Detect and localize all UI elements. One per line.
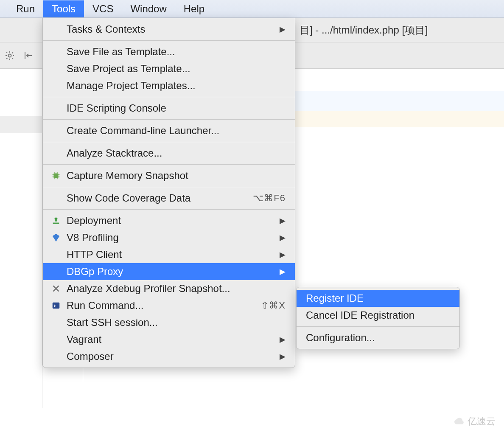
menu-tools[interactable]: Tools xyxy=(43,0,84,17)
menu-window[interactable]: Window xyxy=(122,0,175,17)
menu-deployment[interactable]: Deployment ▶ xyxy=(43,212,295,229)
menu-http-client[interactable]: HTTP Client ▶ xyxy=(43,246,295,263)
title-text: 目] - .../html/index.php [项目] xyxy=(300,23,428,37)
menu-separator xyxy=(43,187,295,187)
chevron-right-icon: ▶ xyxy=(280,267,286,276)
chevron-right-icon: ▶ xyxy=(280,25,286,34)
blank-icon xyxy=(50,192,62,205)
menu-item-label: Start SSH session... xyxy=(67,317,158,328)
chevron-right-icon: ▶ xyxy=(280,233,286,242)
menu-item-label: Composer xyxy=(67,351,114,362)
chevron-right-icon: ▶ xyxy=(280,352,286,361)
blank-icon xyxy=(50,350,62,363)
submenu-register-ide[interactable]: Register IDE xyxy=(297,290,459,307)
svg-rect-2 xyxy=(53,223,59,224)
menu-item-label: Analyze Xdebug Profiler Snapshot... xyxy=(67,283,230,295)
menu-vagrant[interactable]: Vagrant ▶ xyxy=(43,331,295,348)
svg-rect-3 xyxy=(53,303,60,309)
gutter-highlight xyxy=(0,116,42,133)
blank-icon xyxy=(50,45,62,58)
blank-icon xyxy=(50,316,62,329)
watermark-text: 亿速云 xyxy=(468,415,496,428)
watermark: 亿速云 xyxy=(453,415,496,428)
terminal-icon xyxy=(50,299,62,312)
menu-create-cmdline-launcher[interactable]: Create Command-line Launcher... xyxy=(43,122,295,139)
submenu-item-label: Register IDE xyxy=(306,292,364,304)
menu-save-file-template[interactable]: Save File as Template... xyxy=(43,43,295,60)
blank-icon xyxy=(50,102,62,115)
menu-item-label: V8 Profiling xyxy=(67,232,119,244)
cloud-icon xyxy=(453,417,465,426)
gear-icon[interactable] xyxy=(3,48,17,63)
blank-icon xyxy=(50,62,62,75)
blank-icon xyxy=(50,23,62,36)
menu-manage-project-templates[interactable]: Manage Project Templates... xyxy=(43,77,295,94)
blank-icon xyxy=(50,147,62,160)
menu-vcs[interactable]: VCS xyxy=(84,0,122,17)
blank-icon xyxy=(50,265,62,278)
blank-icon xyxy=(50,333,62,346)
submenu-cancel-ide-registration[interactable]: Cancel IDE Registration xyxy=(297,307,459,324)
menu-item-label: Vagrant xyxy=(67,334,101,345)
dbgp-proxy-submenu: Register IDE Cancel IDE Registration Con… xyxy=(296,287,460,349)
menu-item-label: Create Command-line Launcher... xyxy=(67,125,219,137)
menu-item-label: Save Project as Template... xyxy=(67,63,190,75)
menu-separator xyxy=(43,209,295,210)
menu-item-label: DBGp Proxy xyxy=(67,266,123,278)
tools-dropdown: Tasks & Contexts ▶ Save File as Template… xyxy=(42,18,295,368)
menu-show-code-coverage[interactable]: Show Code Coverage Data ⌥⌘F6 xyxy=(43,190,295,207)
menu-separator xyxy=(43,97,295,97)
menu-analyze-stacktrace[interactable]: Analyze Stacktrace... xyxy=(43,145,295,162)
menu-start-ssh[interactable]: Start SSH session... xyxy=(43,314,295,331)
menu-item-label: Deployment xyxy=(67,215,121,227)
menu-ide-scripting-console[interactable]: IDE Scripting Console xyxy=(43,100,295,117)
menu-item-label: Manage Project Templates... xyxy=(67,80,196,92)
menu-tasks-contexts[interactable]: Tasks & Contexts ▶ xyxy=(43,21,295,38)
menu-analyze-xdebug-profiler[interactable]: Analyze Xdebug Profiler Snapshot... xyxy=(43,280,295,297)
deploy-icon xyxy=(50,214,62,227)
chevron-right-icon: ▶ xyxy=(280,335,286,344)
menu-run[interactable]: Run xyxy=(8,0,43,17)
menu-run-command[interactable]: Run Command... ⇧⌘X xyxy=(43,297,295,314)
shortcut-text: ⇧⌘X xyxy=(261,300,286,311)
chevron-right-icon: ▶ xyxy=(280,216,286,225)
submenu-configuration[interactable]: Configuration... xyxy=(297,329,459,346)
menu-dbgp-proxy[interactable]: DBGp Proxy ▶ xyxy=(43,263,295,280)
menu-item-label: Show Code Coverage Data xyxy=(67,192,190,204)
submenu-item-label: Configuration... xyxy=(306,332,375,344)
shortcut-text: ⌥⌘F6 xyxy=(253,193,286,204)
blank-icon xyxy=(50,124,62,137)
menu-separator xyxy=(43,119,295,120)
cross-tools-icon xyxy=(50,282,62,295)
svg-rect-1 xyxy=(54,174,59,178)
menu-help[interactable]: Help xyxy=(175,0,213,17)
menu-item-label: Capture Memory Snapshot xyxy=(67,170,188,182)
menu-separator xyxy=(297,326,459,327)
menu-capture-memory-snapshot[interactable]: Capture Memory Snapshot xyxy=(43,167,295,184)
menu-composer[interactable]: Composer ▶ xyxy=(43,348,295,365)
menu-item-label: Tasks & Contexts xyxy=(67,23,145,35)
chip-icon xyxy=(50,169,62,182)
submenu-item-label: Cancel IDE Registration xyxy=(306,309,414,321)
menu-item-label: Save File as Template... xyxy=(67,46,175,58)
menu-separator xyxy=(43,40,295,41)
menubar: Run Tools VCS Window Help xyxy=(0,0,504,18)
menu-v8-profiling[interactable]: V8 Profiling ▶ xyxy=(43,229,295,246)
blank-icon xyxy=(50,79,62,92)
chevron-right-icon: ▶ xyxy=(280,250,286,259)
collapse-icon[interactable] xyxy=(21,48,36,63)
svg-point-0 xyxy=(8,54,11,57)
menu-item-label: IDE Scripting Console xyxy=(67,102,166,114)
menu-item-label: Run Command... xyxy=(67,300,143,311)
v8-icon xyxy=(50,231,62,244)
menu-separator xyxy=(43,164,295,165)
blank-icon xyxy=(50,248,62,261)
menu-item-label: Analyze Stacktrace... xyxy=(67,147,162,159)
menu-save-project-template[interactable]: Save Project as Template... xyxy=(43,60,295,77)
menu-separator xyxy=(43,142,295,142)
menu-item-label: HTTP Client xyxy=(67,249,122,261)
